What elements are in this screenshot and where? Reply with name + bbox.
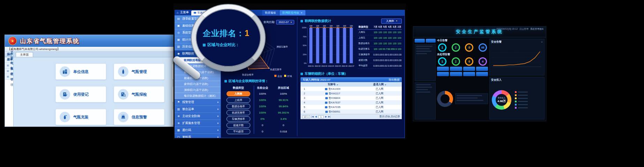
details-row: 超速次数00 [224,122,296,128]
vehicle-header-cell[interactable]: 是否入网▴▾ [357,83,402,86]
export-data-button[interactable]: 导出数据 [388,78,400,82]
sidebar-item-label: 资料库 [182,135,191,138]
tile-单位信息[interactable]: 单位信息 [55,64,106,80]
alarm-action-button[interactable] [437,72,449,76]
svg-text:轨迹完整率: 轨迹完整率 [270,68,282,71]
month-table-row: 轨迹完整车10010099.7398.9599.93100 [358,46,402,52]
vehicle-header-cell[interactable]: 车牌号▴▾ [308,83,357,86]
month-value: 0.00 [387,59,392,61]
svg-text:100: 100 [323,25,326,27]
alarm-action-button[interactable] [463,72,475,76]
alarm-action-button[interactable] [463,67,475,71]
vehicle-row[interactable]: 2鲁KA1117已入网 [301,91,402,96]
safety-list-panel [455,93,488,104]
main-menu-label[interactable]: 主菜单 [180,10,189,15]
legend-text-placeholder [518,104,528,105]
vehicle-icon [325,88,327,90]
prev-page-button[interactable]: ◀ [315,115,317,118]
next-page-button[interactable]: ▶ [325,115,327,118]
alarm-action-button[interactable] [476,67,488,71]
month-value: 0.00 [397,65,402,67]
row-index: 3 [301,96,308,100]
metric-pill-数据合格率[interactable]: 数据合格率 [227,104,250,109]
month-row-label: 车辆漂移率 [358,53,373,56]
metric-pill-车辆漂移率[interactable]: 车辆漂移率 [227,116,250,122]
metric-pill-上线率[interactable]: 上线率 [227,97,250,103]
query-date-select[interactable]: 2022-07 ▾ [276,20,294,24]
region-value: 100% [273,92,294,95]
sidebar-item-资料库[interactable]: ▢资料库▾ [175,134,221,138]
first-page-button[interactable]: |◀ [311,115,314,118]
bullet-square-icon [301,20,303,22]
sidebar-subitem-疲劳统计(基于运政)[interactable]: 疲劳统计(基于运政) [175,81,221,87]
safety-list-panel [415,44,436,81]
current-page-box[interactable]: 1 [318,115,324,118]
month-value: 100 [397,42,402,45]
page-size-select[interactable]: 10 ▾ [302,115,310,118]
current-enterprise-value: 0% [252,117,273,121]
vehicle-icon [194,12,196,14]
tile-气瓶充装[interactable]: 气瓶充装 [55,109,106,125]
sort-icon[interactable]: ▴▾ [336,84,338,86]
tile-label: 单位信息 [73,69,89,74]
tab-main-screen[interactable]: 主界面 [16,52,33,57]
sidebar-item-主动安全防御[interactable]: ⊕主动安全防御▾ [175,113,221,120]
metric-pill-超速次数[interactable]: 超速次数 [227,123,250,128]
tile-使用登记[interactable]: 使用登记 [55,86,106,102]
alarm-action-button[interactable] [450,72,462,76]
current-enterprise-value: 100% [252,111,273,114]
month-value: 99.93 [392,48,397,50]
vehicle-row[interactable]: 1鲁KA1909已入网 [301,87,402,91]
tab-联网联控考核[interactable]: 联网联控考核✕ [280,10,305,15]
network-status: 已入网 [357,106,402,109]
tile-气瓶报检[interactable]: 气瓶报检 [114,86,164,102]
alarm-action-button[interactable] [450,67,462,71]
sidebar-item-系统管理[interactable]: ⊞系统管理 [5,74,13,80]
vehicle-row[interactable]: 5鲁KA7035已入网 [301,105,402,109]
metric-pill-轨迹完整率[interactable]: 轨迹完整率 [227,110,250,115]
safety-nav-button[interactable] [426,39,436,43]
svg-text:2022-01: 2022-01 [308,65,314,67]
tile-气瓶管理[interactable]: 气瓶管理 [114,64,164,80]
vehicle-row[interactable]: 3鲁K96804已入网 [301,96,402,100]
vehicle-row[interactable]: 4鲁KA7637已入网 [301,100,402,105]
safety-supervision-window: 2022/06/02(四) 15:12 启山管理 系统管理退出 安全生产监管系统… [413,26,546,121]
metric-pill-入网率[interactable]: 入网率 [227,91,250,96]
menu-icon[interactable]: ≡ [541,41,543,44]
sidebar-subitem-每日轨迹数据统计（测试）[interactable]: 每日轨迹数据统计（测试） [175,93,221,99]
legend-dot [515,107,517,109]
svg-text:企业: 企业 [277,75,282,77]
legend-item [515,91,528,93]
last-page-button[interactable]: ▶| [328,115,331,118]
current-enterprise-value: 0 [252,124,273,127]
month-table-row: 入网车100100100100100100 [358,30,402,35]
region-value: 99.391% [273,111,294,114]
month-value: 100 [378,42,383,45]
sidebar-item-报警管理[interactable]: ⚑报警管理▾ [175,99,221,106]
sort-icon[interactable]: ▴▾ [385,84,386,86]
close-icon[interactable]: ✕ [301,12,303,14]
month-value: 100 [373,42,378,45]
sidebar-item-通行码[interactable]: ▩通行码▾ [175,127,221,134]
metric-pill-平均疲劳[interactable]: 平均疲劳 [227,129,250,134]
details-header-cell: 当前企业 [252,86,273,90]
sidebar-item-整合运单[interactable]: ▥整合运单▾ [175,106,221,113]
safety-nav-button[interactable] [415,39,425,43]
alarm-action-button[interactable] [437,67,449,71]
svg-text:漂移车辆率: 漂移车辆率 [276,45,288,48]
plate-number: 鲁KA1117 [308,92,357,95]
metric-select[interactable]: 入网率 ▾ [381,19,402,24]
tab-数据看板[interactable]: 数据看板 [262,10,279,15]
month-table-header-cell: 数据类型 [358,25,373,29]
svg-text:25%: 25% [303,53,307,56]
vehicle-row[interactable]: 6鲁K56951已入网 [301,109,402,114]
svg-text:2022-05: 2022-05 [335,65,341,67]
caret-down-icon: ▾ [396,20,397,22]
svg-text:0%: 0% [304,62,307,64]
sidebar-item-扩展服务管理[interactable]: ⊗扩展服务管理▾ [175,120,221,127]
tile-信息预警[interactable]: 信息预警 [114,109,164,125]
sidebar-subitem-漂移统计(基于运政)[interactable]: 漂移统计(基于运政) [175,87,221,93]
chevron-down-icon: ▾ [217,129,219,132]
month-value: 0.00 [397,59,402,61]
alarm-action-button[interactable] [476,72,488,76]
